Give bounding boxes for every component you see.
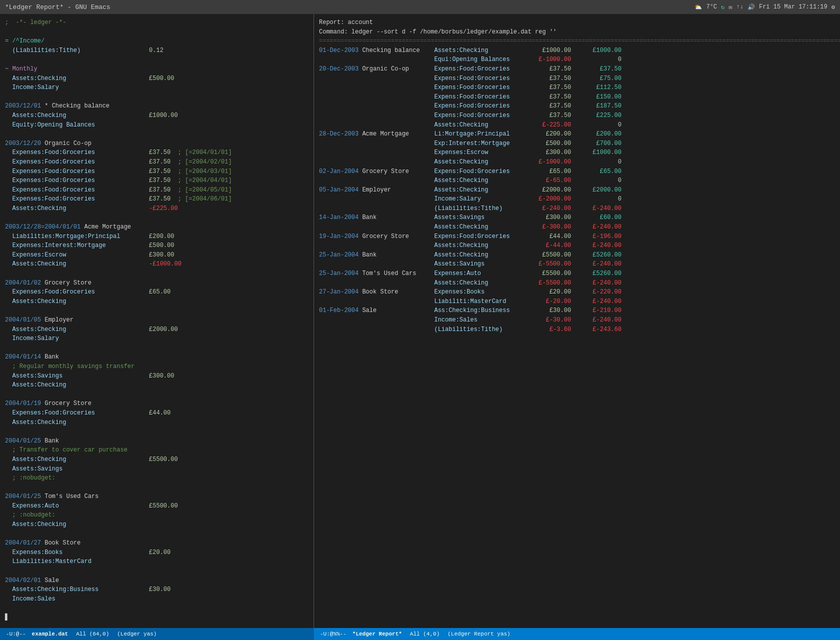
report-entry-row: Assets:Checking £-65.00 0 (319, 176, 835, 186)
left-code-line: Income:Salary (5, 83, 308, 92)
report-entry-row: Income:Sales £-30.00 £-240.00 (319, 316, 835, 325)
left-code-line: 2004/01/25 Bank (5, 436, 308, 446)
left-code-line: 2004/01/25 Tom's Used Cars (5, 492, 308, 502)
report-entry-row: 14-Jan-2004 Bank Assets:Savings £300.00 … (319, 213, 835, 222)
left-code-line: Assets:Checking (5, 418, 308, 428)
left-code-line: ; Transfer to cover car purchase (5, 446, 308, 455)
report-entry-row: Expens:Food:Groceries £37.50 £225.00 (319, 111, 835, 120)
left-code-line: Expenses:Food:Groceries £37.50 ; [=2004/… (5, 148, 308, 158)
report-entry-row: 20-Dec-2003 Organic Co-op Expens:Food:Gr… (319, 64, 835, 74)
left-code-line: ; :nobudget: (5, 474, 308, 483)
left-code-line: Expenses:Food:Groceries £65.00 (5, 288, 308, 297)
weather-icon: ⛅ (694, 4, 702, 11)
left-code-line (5, 483, 308, 492)
left-code-line (5, 28, 308, 37)
left-code-line: Expenses:Auto £5500.00 (5, 502, 308, 511)
report-entry-row: Liabiliti:MasterCard £-20.00 £-240.00 (319, 297, 835, 306)
right-pane: Report: accountCommand: ledger --sort d … (314, 14, 840, 628)
left-code-line: Assets:Checking (5, 520, 308, 530)
left-code-line (5, 55, 308, 64)
left-code-line: ▋ (5, 613, 308, 622)
report-entry-row: 01-Dec-2003 Checking balance Assets:Chec… (319, 46, 835, 56)
status-bar-right: -U:@%%--*Ledger Report*All (4,0)(Ledger … (314, 628, 840, 640)
left-code-line: 2003/12/20 Organic Co-op (5, 139, 308, 148)
weather-temp: 7°C (706, 4, 717, 10)
report-entry-row: (Liabilities:Tithe) £-3.60 £-243.60 (319, 325, 835, 334)
left-code-line: Liabilities:Mortgage:Principal £200.00 (5, 232, 308, 242)
left-code-line: 2004/01/27 Book Store (5, 538, 308, 548)
report-separator: ========================================… (319, 36, 835, 46)
network-icon: ↑↓ (736, 4, 744, 10)
report-entry-row: Exp:Interest:Mortgage £500.00 £700.00 (319, 139, 835, 148)
left-code-line (5, 130, 308, 139)
report-entry-row: 25-Jan-2004 Bank Assets:Checking £5500.0… (319, 250, 835, 260)
email-icon: ✉ (728, 4, 732, 11)
left-code-line: Assets:Savings (5, 464, 308, 474)
left-code-line: Assets:Checking (5, 380, 308, 390)
report-entry-row: Expenses:Escrow £300.00 £1000.00 (319, 148, 835, 158)
report-entry-row: Expens:Food:Groceries £37.50 £112.50 (319, 83, 835, 92)
report-entry-row: 28-Dec-2003 Acme Mortgage Li:Mortgage:Pr… (319, 130, 835, 139)
report-title: Report: account (319, 18, 835, 28)
status-mode-left: -U:@-- (6, 631, 26, 637)
left-code-line: ; :nobudget: (5, 510, 308, 520)
report-entry-row: Expens:Food:Groceries £37.50 £150.00 (319, 92, 835, 102)
title-bar-right: ⛅ 7°C ↻ ✉ ↑↓ 🔊 Fri 15 Mar 17:11:19 ⚙ (694, 4, 835, 11)
left-code-line: ~ Monthly (5, 64, 308, 74)
left-code-line: (Liabilities:Tithe) 0.12 (5, 46, 308, 56)
report-entry-row: Assets:Savings £-5500.00 £-240.00 (319, 260, 835, 269)
left-code-line: Expenses:Food:Groceries £37.50 ; [=2004/… (5, 176, 308, 186)
left-code-line: Expenses:Books £20.00 (5, 548, 308, 558)
report-entry-row: 19-Jan-2004 Grocery Store Expens:Food:Gr… (319, 232, 835, 242)
left-code-line: 2004/01/05 Employer (5, 316, 308, 325)
left-code-line: Assets:Checking -£225.00 (5, 204, 308, 214)
left-code-line: Assets:Checking £5500.00 (5, 455, 308, 464)
window-title: *Ledger Report* - GNU Emacs (5, 4, 110, 11)
left-code-line: Assets:Checking £1000.00 (5, 111, 308, 120)
report-entry-row: 25-Jan-2004 Tom's Used Cars Expenses:Aut… (319, 269, 835, 278)
left-code-line: ; Regular monthly savings transfer (5, 362, 308, 372)
status-bar-left: -U:@--example.datAll (64,0)(Ledger yas) (0, 628, 314, 640)
left-code-line: Assets:Checking £2000.00 (5, 325, 308, 334)
status-mode2-right: (Ledger Report yas) (448, 631, 510, 637)
left-code-line (5, 390, 308, 400)
report-entry-row: Assets:Checking £-225.00 0 (319, 120, 835, 130)
left-code-line: Expenses:Food:Groceries £44.00 (5, 408, 308, 418)
datetime: Fri 15 Mar 17:11:19 (759, 4, 828, 10)
main-container: ; -*- ledger -*- = /^Income/ (Liabilitie… (0, 14, 840, 628)
title-bar: *Ledger Report* - GNU Emacs ⛅ 7°C ↻ ✉ ↑↓… (0, 0, 840, 14)
left-code-line: 2003/12/28=2004/01/01 Acme Mortgage (5, 222, 308, 232)
status-mode-right: -U:@%%-- (320, 631, 346, 637)
report-entry-row: Equi:Opening Balances £-1000.00 0 (319, 55, 835, 64)
left-code-line: Expenses:Food:Groceries £37.50 ; [=2004/… (5, 186, 308, 195)
left-code-line (5, 92, 308, 102)
report-entry-row: 02-Jan-2004 Grocery Store Expens:Food:Gr… (319, 167, 835, 176)
left-code-line: Income:Sales (5, 594, 308, 604)
left-code-line: Expenses:Food:Groceries £37.50 ; [=2004/… (5, 194, 308, 204)
left-pane[interactable]: ; -*- ledger -*- = /^Income/ (Liabilitie… (0, 14, 314, 628)
status-filename-right: *Ledger Report* (352, 631, 402, 637)
left-code-line: Expenses:Food:Groceries £37.50 ; [=2004/… (5, 167, 308, 176)
left-code-line (5, 344, 308, 353)
left-code-line: Equity:Opening Balances (5, 120, 308, 130)
left-code-line: ; -*- ledger -*- (5, 18, 308, 28)
left-code-line: Liabilities:MasterCard (5, 557, 308, 566)
left-code-line: Assets:Checking (5, 297, 308, 306)
report-entry-row: 27-Jan-2004 Book Store Expenses:Books £2… (319, 288, 835, 297)
left-code-line: Expenses:Interest:Mortgage £500.00 (5, 241, 308, 250)
status-info-left: All (64,0) (76, 631, 109, 637)
report-entry-row: Expens:Food:Groceries £37.50 £75.00 (319, 74, 835, 84)
left-code-line (5, 306, 308, 316)
status-bar: -U:@--example.datAll (64,0)(Ledger yas) … (0, 628, 840, 640)
volume-icon: 🔊 (748, 4, 755, 11)
left-code-line: Income:Salary (5, 334, 308, 344)
report-entry-row: Income:Salary £-2000.00 0 (319, 194, 835, 204)
left-code-line: Assets:Checking -£1000.00 (5, 260, 308, 269)
left-code-line: 2004/02/01 Sale (5, 576, 308, 586)
sync-icon: ↻ (721, 4, 724, 11)
left-code-line: = /^Income/ (5, 36, 308, 46)
report-entry-row: Assets:Checking £-5500.00 £-240.00 (319, 278, 835, 288)
left-code-line: 2004/01/02 Grocery Store (5, 278, 308, 288)
report-command: Command: ledger --sort d -f /home/borbus… (319, 28, 835, 37)
left-code-line: Assets:Checking:Business £30.00 (5, 585, 308, 594)
